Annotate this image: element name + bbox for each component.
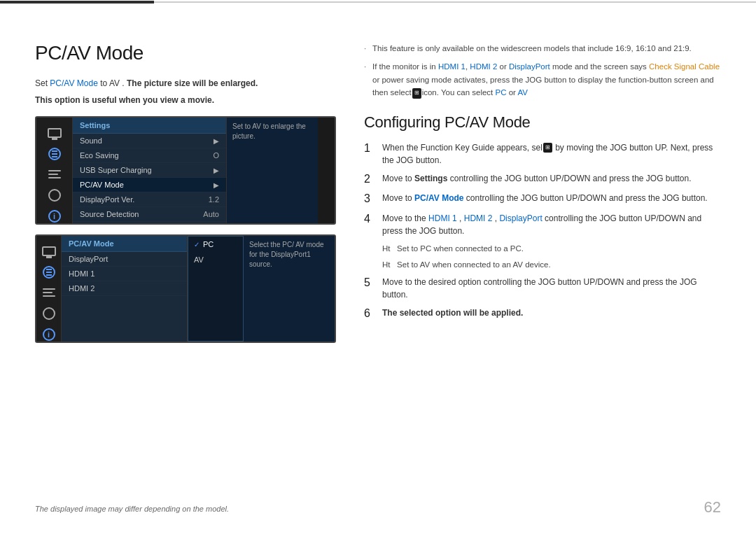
sidebar-lines-icon-2 [39,286,59,300]
menu-item-displayport: DisplayPort Ver. 1.2 [73,192,226,207]
step-4-text: Move to the HDMI 1 , HDMI 2 , DisplayPor… [382,212,721,237]
desc-line2: This option is useful when you view a mo… [35,94,336,106]
bullet-2-text: If the monitor is in HDMI 1, HDMI 2 or D… [372,62,720,97]
sidebar-gear-icon-2 [39,307,59,321]
monitor-content-1: Settings Sound ▶ Eco Saving O USB Super … [73,118,335,223]
step-6: 6 The selected option will be applied. [364,307,721,321]
step-2-text: Move to Settings controlling the JOG but… [382,172,721,185]
bullet-1: This feature is only available on the wi… [364,42,721,55]
gear-icon [48,189,61,202]
menu-header-settings: Settings [73,118,226,134]
av-label: AV [194,255,204,264]
top-line-light [154,1,756,3]
step-2-number: 2 [364,172,375,187]
pcav-submenu-panel: PC/AV Mode DisplayPort HDMI 1 HDMI 2 [62,236,188,342]
top-line-dark [0,1,154,3]
menu-item-sound: Sound ▶ [73,134,226,148]
desc-to: to [100,78,109,88]
icon-line-2 [48,174,58,175]
desc-suffix: . The picture size will be enlarged. [122,78,258,88]
menu-item-pcav: PC/AV Mode ▶ [73,178,226,192]
config-title: Configuring PC/AV Mode [364,113,721,132]
right-column: This feature is only available on the wi… [364,42,721,353]
submenu-item-displayport: DisplayPort [62,252,187,267]
sidebar-monitor-icon-2 [39,244,59,258]
step-hint-av: Ht Set to AV when connected to an AV dev… [382,259,721,271]
submenu-displayport-label: DisplayPort [69,255,108,263]
bullet-1-text: This feature is only available on the wi… [372,44,692,52]
monitor-sidebar-1: i [36,118,73,223]
menu-item-usb: USB Super Charging ▶ [73,163,226,178]
top-decoration [0,0,756,4]
pc-option: ✓ PC [188,237,243,252]
step-1-text: When the Function Key Guide appears, sel… [382,141,721,167]
bottom-note: The displayed image may differ depending… [35,505,229,513]
menu-hint-2: Select the PC/ AV mode for the DisplayPo… [244,236,335,342]
sidebar-circle-icon-2 [39,265,59,279]
info-icon-2: i [43,328,55,341]
desc-line1: Set PC/AV Mode to AV . The picture size … [35,77,336,90]
gear-icon-2 [43,307,55,320]
av-option: AV [188,252,243,267]
icon-line-1 [48,170,61,171]
icon-line-3-2 [43,295,55,297]
sidebar-lines-icon [45,168,64,182]
menu-item-eco-label: Eco Saving [80,151,119,160]
monitor-content-2: PC/AV Mode DisplayPort HDMI 1 HDMI 2 [62,236,335,342]
bullet-2: If the monitor is in HDMI 1, HDMI 2 or D… [364,60,721,99]
step-3-text: Move to PC/AV Mode controlling the JOG b… [382,192,721,204]
sidebar-info-icon: i [45,209,64,223]
info-icon: i [48,210,61,223]
icon-line-2-2 [43,292,52,293]
icon-line-3 [48,177,61,178]
menu-item-source-label: Source Detection [80,210,139,218]
menu-item-displayport-label: DisplayPort Ver. [80,195,134,204]
pc-label: PC [203,240,214,248]
desc-pcav: PC/AV Mode [50,78,97,88]
check-icon: ✓ [194,241,200,248]
step-1-number: 1 [364,141,375,156]
step-6-text: The selected option will be applied. [382,307,721,319]
step-6-number: 6 [364,307,375,321]
submenu-item-hdmi2: HDMI 2 [62,281,187,296]
monitor-screenshot-1: i Settings Sound ▶ Eco Saving O [35,116,336,225]
monitor-icon [48,128,62,138]
monitor-icon-2 [42,246,56,256]
page-title: PC/AV Mode [35,42,336,64]
step-5-number: 5 [364,276,375,290]
step-3: 3 Move to PC/AV Mode controlling the JOG… [364,192,721,206]
step-hint-pc: Ht Set to PC when connected to a PC. [382,243,721,255]
desc-prefix: Set [35,78,50,88]
left-column: PC/AV Mode Set PC/AV Mode to AV . The pi… [35,42,336,353]
menu-item-usb-arrow: ▶ [214,167,219,174]
menu-item-keyrepeat: Key Repeat Time Acceleration ▼ [73,222,226,225]
lines-icon-2 [43,288,55,297]
menu-item-source-value: Auto [203,210,219,218]
step-5-text: Move to the desired option controlling t… [382,276,721,301]
menu-hint-1: Set to AV to enlarge the picture. [227,118,318,223]
pc-av-options: ✓ PC AV [188,236,244,342]
icon-line-1-2 [43,288,55,290]
step-5: 5 Move to the desired option controlling… [364,276,721,301]
monitor-screenshot-2: i PC/AV Mode DisplayPort HDMI 1 [35,234,336,343]
menu-item-eco-value: O [213,151,219,160]
step-1: 1 When the Function Key Guide appears, s… [364,141,721,167]
submenu-header-pcav: PC/AV Mode [62,236,187,252]
circle-icon-2 [43,266,55,279]
step-3-number: 3 [364,192,375,206]
sidebar-circle-icon [45,147,64,161]
settings-menu: Settings Sound ▶ Eco Saving O USB Super … [73,118,227,223]
menu-item-sound-arrow: ▶ [214,137,219,145]
menu-item-pcav-label: PC/AV Mode [80,181,124,189]
sidebar-gear-icon [45,188,64,202]
page-number: 62 [704,498,721,517]
step-4: 4 Move to the HDMI 1 , HDMI 2 , DisplayP… [364,212,721,237]
desc-av: AV [109,78,120,88]
menu-item-sound-label: Sound [80,136,102,145]
menu-item-pcav-arrow: ▶ [214,181,219,189]
submenu-hdmi2-label: HDMI 2 [69,284,94,293]
lines-icon [48,169,61,179]
sidebar-monitor-icon [45,126,64,140]
submenu-item-hdmi1: HDMI 1 [62,267,187,281]
step-4-number: 4 [364,212,375,227]
